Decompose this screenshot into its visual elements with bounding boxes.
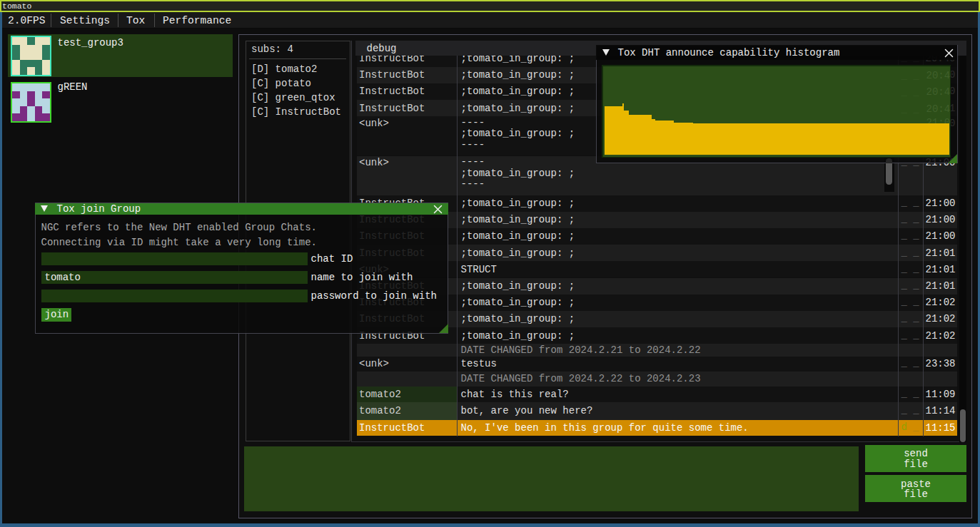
svg-text:_ _: _ _ <box>901 86 920 98</box>
svg-text:_ _: _ _ <box>901 103 920 115</box>
svg-text:20:40: 20:40 <box>926 70 951 81</box>
svg-text:20:41: 20:41 <box>926 103 951 115</box>
svg-text:20:40: 20:40 <box>926 86 951 98</box>
svg-text:_ _: _ _ <box>901 70 920 81</box>
